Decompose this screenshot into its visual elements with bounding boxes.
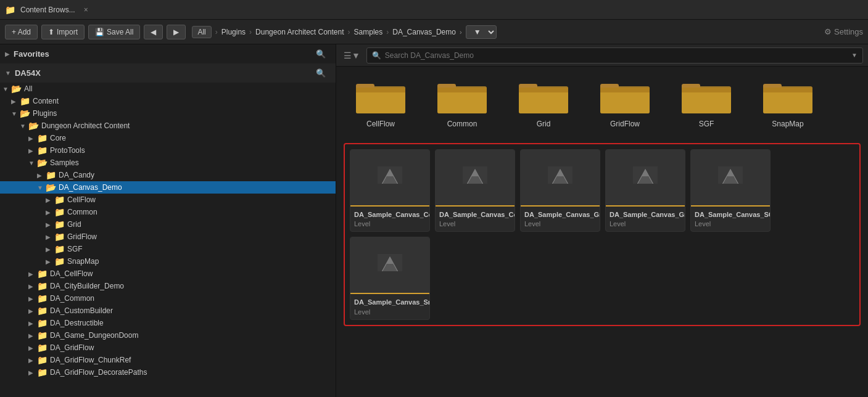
svg-rect-48 <box>718 184 743 189</box>
settings-button[interactable]: ⚙ Settings <box>824 27 863 36</box>
tree-item-common[interactable]: ▶ 📁 Common <box>0 206 336 218</box>
folder-closed-icon: 📁 <box>54 232 65 242</box>
tree-arrow: ▶ <box>28 357 37 364</box>
tree-item-dadestructible[interactable]: ▶ 📁 DA_Destructible <box>0 317 336 329</box>
tree-item-dacellflow[interactable]: ▶ 📁 DA_CellFlow <box>0 268 336 280</box>
folder-icon-svg <box>519 79 568 116</box>
tree-item-samples[interactable]: ▼ 📂 Samples <box>0 157 336 169</box>
folder-closed-icon: 📁 <box>54 195 65 205</box>
folder-card-common[interactable]: Common <box>425 74 499 133</box>
tree-item-label: DA_Game_DungeonDoom <box>50 331 138 340</box>
file-card-f3[interactable]: DA_Sample_Canvas_Grid Level <box>520 149 600 232</box>
tree-item-plugins[interactable]: ▼ 📂 Plugins <box>0 107 336 120</box>
tree-arrow: ▶ <box>28 308 37 314</box>
da54x-search-icon[interactable]: 🔍 <box>311 67 331 79</box>
mountain-icon <box>378 166 402 189</box>
tree-item-grid[interactable]: ▶ 📁 Grid <box>0 218 336 231</box>
folder-icon-svg <box>682 79 731 116</box>
tree-item-label: DA_Common <box>50 294 94 303</box>
tree-item-prototools[interactable]: ▶ 📁 ProtoTools <box>0 144 336 157</box>
tree-item-dagamedungeondoom[interactable]: ▶ 📁 DA_Game_DungeonDoom <box>0 329 336 342</box>
content-area: ☰▼ 🔍 ▼ CellFlow Common <box>336 44 868 397</box>
folder-card-grid[interactable]: Grid <box>506 74 581 133</box>
file-info: DA_Sample_Canvas_SGF Level <box>691 205 770 231</box>
breadcrumb-canvas-demo[interactable]: DA_Canvas_Demo <box>390 27 458 38</box>
tree-item-dacommon[interactable]: ▶ 📁 DA_Common <box>0 292 336 305</box>
file-thumbnail <box>606 150 685 205</box>
file-card-f6[interactable]: DA_Sample_Canvas_Sn... Level <box>350 237 430 319</box>
search-input[interactable] <box>385 51 848 60</box>
tree-item-label: DA_Canvas_Demo <box>59 183 122 192</box>
breadcrumb-dropdown[interactable]: ▼ <box>466 25 497 39</box>
tree-item-dacustombuilder[interactable]: ▶ 📁 DA_CustomBuilder <box>0 305 336 317</box>
folder-card-cellflow[interactable]: CellFlow <box>344 74 418 133</box>
save-all-button[interactable]: 💾 Save All <box>88 25 140 39</box>
import-button[interactable]: ⬆ Import <box>41 25 85 39</box>
breadcrumb-plugins[interactable]: Plugins <box>219 27 248 38</box>
add-button[interactable]: + Add <box>5 25 38 39</box>
da54x-header[interactable]: ▼ DA54X 🔍 <box>0 63 336 83</box>
file-card-f5[interactable]: DA_Sample_Canvas_SGF Level <box>690 149 771 232</box>
tree-item-label: Core <box>50 134 66 142</box>
svg-rect-28 <box>378 184 402 189</box>
folder-closed-icon: 📁 <box>54 244 65 254</box>
file-type: Level <box>439 220 511 227</box>
file-info: DA_Sample_Canvas_GridFlow Level <box>606 205 685 231</box>
tree-item-dagridflowdecoratepaths[interactable]: ▶ 📁 DA_GridFlow_DecoratePaths <box>0 366 336 379</box>
tree-arrow: ▶ <box>46 197 54 203</box>
tree-item-gridflow[interactable]: ▶ 📁 GridFlow <box>0 231 336 243</box>
tree-item-cellflow[interactable]: ▶ 📁 CellFlow <box>0 194 336 206</box>
file-type: Level <box>610 220 681 227</box>
file-info: DA_Sample_Canvas_Sn... Level <box>350 293 429 319</box>
folder-closed-icon: 📁 <box>37 355 48 365</box>
tree-item-dacitybuilderdemo[interactable]: ▶ 📁 DA_CityBuilder_Demo <box>0 280 336 292</box>
tree-item-dacanvasdemo[interactable]: ▼ 📂 DA_Canvas_Demo <box>0 181 336 194</box>
tree-arrow: ▶ <box>46 221 54 228</box>
folder-icon-svg <box>763 79 812 116</box>
favorites-header[interactable]: ▶ Favorites 🔍 <box>0 44 336 63</box>
tree-item-dagridflow[interactable]: ▶ 📁 DA_GridFlow <box>0 342 336 354</box>
search-dropdown-arrow[interactable]: ▼ <box>851 52 858 59</box>
back-button[interactable]: ◀ <box>144 25 163 39</box>
file-name: DA_Sample_Canvas_Grid <box>524 210 596 219</box>
content-toolbar: ☰▼ 🔍 ▼ <box>336 44 868 67</box>
file-tree: ▼ 📂 All ▶ 📁 Content ▼ 📂 Plugins ▼ 📂 Dung… <box>0 83 336 397</box>
svg-rect-43 <box>633 184 658 189</box>
file-info: DA_Sample_Canvas_CellFlo... Level <box>436 205 515 231</box>
forward-button[interactable]: ▶ <box>167 25 186 39</box>
breadcrumb-all[interactable]: All <box>192 26 211 38</box>
file-card-f1[interactable]: DA_Sample_Canvas_CellFlo... Level <box>350 149 430 232</box>
close-button[interactable]: × <box>84 6 88 14</box>
breadcrumb: All › Plugins › Dungeon Architect Conten… <box>189 21 820 43</box>
file-type: Level <box>695 220 766 227</box>
mountain-icon <box>633 166 658 189</box>
svg-rect-19 <box>682 88 731 92</box>
tree-item-all[interactable]: ▼ 📂 All <box>0 83 336 95</box>
breadcrumb-samples[interactable]: Samples <box>352 27 386 38</box>
mountain-icon <box>548 166 572 189</box>
file-card-f2[interactable]: DA_Sample_Canvas_CellFlo... Level <box>435 149 515 232</box>
breadcrumb-dungeon[interactable]: Dungeon Architect Content <box>253 27 346 38</box>
tree-item-dacandy[interactable]: ▶ 📁 DA_Candy <box>0 169 336 181</box>
folder-card-sgf[interactable]: SGF <box>669 74 743 133</box>
folder-open-icon: 📂 <box>37 158 48 168</box>
tree-item-core[interactable]: ▶ 📁 Core <box>0 132 336 144</box>
favorites-search-icon[interactable]: 🔍 <box>311 48 331 60</box>
tree-item-dagridflowchunkref[interactable]: ▶ 📁 DA_GridFlow_ChunkRef <box>0 354 336 366</box>
tree-item-label: DA_Candy <box>59 171 94 179</box>
folder-closed-icon: 📁 <box>54 207 65 217</box>
tree-item-content[interactable]: ▶ 📁 Content <box>0 95 336 107</box>
tree-arrow: ▶ <box>28 271 37 277</box>
mountain-icon <box>463 166 487 189</box>
file-thumbnail <box>691 150 770 205</box>
tree-item-snapmap[interactable]: ▶ 📁 SnapMap <box>0 255 336 268</box>
tree-item-label: Dungeon Architect Content <box>41 121 130 130</box>
folder-card-gridflow[interactable]: GridFlow <box>588 74 662 133</box>
file-card-f4[interactable]: DA_Sample_Canvas_GridFlow Level <box>605 149 685 232</box>
tree-item-dungeon[interactable]: ▼ 📂 Dungeon Architect Content <box>0 120 336 132</box>
filter-button[interactable]: ☰▼ <box>341 49 363 62</box>
tree-item-sgf[interactable]: ▶ 📁 SGF <box>0 243 336 255</box>
save-icon: 💾 <box>95 28 104 36</box>
folder-card-snapmap[interactable]: SnapMap <box>751 74 825 133</box>
tree-arrow: ▼ <box>2 86 11 92</box>
